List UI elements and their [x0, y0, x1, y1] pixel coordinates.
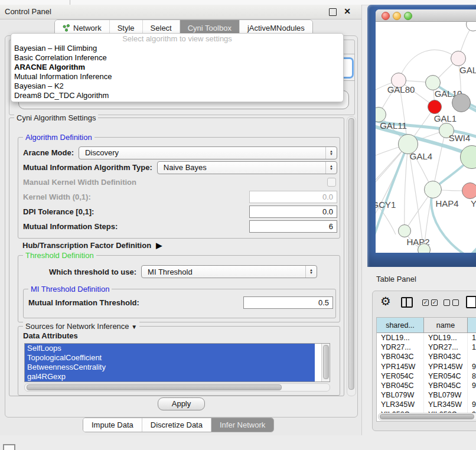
tab-impute-data[interactable]: Impute Data — [83, 418, 142, 432]
network-icon — [63, 24, 70, 32]
close-icon[interactable]: ✕ — [344, 6, 351, 16]
table-cell: YER054C — [377, 371, 424, 381]
attribute-list-item[interactable]: BetweennessCentrality — [25, 363, 315, 372]
dropdown-item[interactable]: Bayesian – Hill Climbing — [11, 44, 343, 53]
dropdown-item[interactable]: Basic Correlation Inference — [11, 53, 343, 63]
settings-vertical-scrollbar[interactable] — [347, 116, 356, 396]
split-column-icon[interactable] — [401, 297, 413, 308]
aracne-mode-value: Discovery — [85, 148, 119, 157]
dropdown-placeholder: Select algorithm to view settings — [11, 34, 343, 44]
dropdown-item[interactable]: ARACNE Algorithm — [11, 63, 343, 72]
close-button[interactable] — [382, 12, 390, 20]
table-cell: 8. — [468, 371, 476, 381]
table-row[interactable]: YLR345WYLR345W9. — [377, 400, 476, 409]
table-row[interactable]: YBL079WYBL079W — [377, 390, 476, 400]
group-title: Threshold Definition — [23, 251, 96, 260]
manual-kernel-checkbox — [327, 178, 336, 187]
tab-infer-network[interactable]: Infer Network — [211, 418, 273, 432]
scrollbar-thumb[interactable] — [380, 414, 474, 419]
node-label: GAL1 — [434, 113, 457, 123]
table-cell: YDR27... — [377, 343, 424, 352]
table-cell: YDL19... — [377, 333, 424, 343]
scrollbar-thumb[interactable] — [27, 384, 282, 390]
cyni-algorithm-settings-group: Cyni Algorithm Settings Algorithm Defini… — [9, 118, 344, 396]
gear-icon[interactable]: ⚙ — [380, 295, 391, 307]
table-cell: YPR145W — [424, 362, 468, 371]
bottom-tab-bar: Impute DataDiscretize DataInfer Network — [83, 418, 274, 432]
table-panel-title: Table Panel — [376, 275, 416, 283]
aracne-mode-select[interactable]: Discovery ▲▼ — [79, 146, 337, 159]
network-node[interactable] — [452, 93, 471, 112]
table-cell: YLR345W — [377, 400, 424, 409]
table-cell — [468, 390, 476, 400]
table-row[interactable]: YPR145WYPR145W9. — [377, 362, 476, 371]
apply-button[interactable]: Apply — [158, 397, 205, 410]
sources-group: Sources for Network Inference ▼ Data Att… — [18, 326, 340, 396]
zoom-button[interactable] — [404, 12, 412, 20]
mi-threshold-field[interactable]: 0.5 — [243, 296, 333, 309]
table-row[interactable]: YDR27...YDR27...12 — [377, 343, 476, 352]
network-node-hap4[interactable] — [424, 181, 442, 198]
table-panel-titlebar: Table Panel — [361, 267, 476, 291]
attribute-list-item[interactable]: TopologicalCoefficient — [25, 353, 315, 363]
dropdown-item[interactable]: Dream8 DC_TDC Algorithm — [11, 91, 343, 100]
dpi-tolerance-field[interactable]: 0.0 — [249, 206, 337, 218]
scrollbar-thumb[interactable] — [348, 118, 354, 390]
mi-type-select[interactable]: Naive Bayes ▲▼ — [157, 161, 337, 174]
attribute-listbox: SelfLoopsTopologicalCoefficientBetweenne… — [24, 343, 330, 382]
spinner-arrows-icon: ▲▼ — [325, 147, 337, 159]
sources-toggle[interactable]: Sources for Network Inference ▼ — [23, 322, 139, 331]
table-cell: YBR043C — [424, 352, 468, 361]
which-threshold-label: Which threshold to use: — [49, 268, 136, 276]
expand-right-icon: ▶ — [156, 241, 162, 250]
mi-steps-field[interactable]: 6 — [249, 220, 337, 233]
spinner-arrows-icon: ▲▼ — [325, 162, 337, 174]
node-label: GCY1 — [376, 200, 396, 210]
attribute-list-item[interactable]: SelfLoops — [25, 344, 315, 353]
network-canvas[interactable]: GALGAL80GAL10GAL1GAL11SWI4GAL4GCY1HAP4YH… — [376, 22, 476, 253]
node-label: Y — [471, 198, 476, 208]
group-title: MI Threshold Definition — [28, 285, 112, 294]
node-label: GAL4 — [410, 151, 432, 161]
network-node[interactable] — [418, 243, 431, 253]
export-table-icon[interactable] — [466, 296, 476, 308]
which-threshold-select[interactable]: MI Threshold ▲▼ — [141, 265, 317, 278]
hub-definition-toggle[interactable]: Hub/Transcription Factor Definition ▶ — [22, 241, 162, 250]
expand-down-icon: ▼ — [131, 324, 137, 330]
table-cell: 9. — [468, 362, 476, 371]
table-row[interactable]: YBR043CYBR043C — [377, 352, 476, 361]
network-node-hap2[interactable] — [398, 224, 411, 237]
table-horizontal-scrollbar[interactable] — [378, 413, 476, 420]
column-header[interactable]: shared... — [377, 318, 424, 332]
minimize-button[interactable] — [393, 12, 401, 20]
node-label: GAL — [459, 65, 476, 75]
table-row[interactable]: YBR045CYBR045C9. — [377, 381, 476, 390]
column-header[interactable]: name — [424, 318, 468, 332]
control-panel-titlebar: Control Panel ✕ — [0, 5, 361, 19]
table-cell: YDR27... — [424, 343, 468, 352]
dropdown-item[interactable]: Mutual Information Inference — [11, 72, 343, 81]
restore-panel-icon[interactable] — [3, 444, 15, 450]
deselect-all-icon[interactable] — [444, 299, 459, 306]
list-horizontal-scrollbar[interactable] — [24, 383, 330, 392]
dropdown-item[interactable]: Bayesian – K2 — [11, 81, 343, 91]
manual-kernel-label: Manual Kernel Width Definition — [23, 178, 136, 187]
list-vertical-scrollbar[interactable] — [321, 344, 330, 381]
attribute-list-item[interactable]: gal4RGexp — [25, 372, 315, 381]
column-header[interactable]: A — [468, 318, 476, 332]
node-label: GAL11 — [380, 120, 407, 131]
table-row[interactable]: YER054CYER054C8. — [377, 371, 476, 381]
float-icon[interactable] — [329, 8, 337, 16]
tab-label: Network — [73, 24, 102, 32]
network-node-gal1[interactable] — [428, 100, 442, 114]
table-cell: YER054C — [424, 371, 468, 381]
tab-discretize-data[interactable]: Discretize Data — [142, 418, 211, 432]
select-all-icon[interactable]: ✓✓ — [422, 299, 438, 306]
network-node-gal[interactable] — [451, 51, 466, 66]
network-view-frame: GALGAL80GAL10GAL1GAL11SWI4GAL4GCY1HAP4YH… — [376, 9, 476, 253]
table-row[interactable]: YDL19...YDL19...13 — [377, 333, 476, 343]
screen: Control Panel ✕ NetworkStyleSelectCyni T… — [0, 0, 476, 450]
scrollbar-thumb[interactable] — [323, 345, 329, 379]
control-panel-title: Control Panel — [5, 7, 51, 16]
network-node-y[interactable] — [462, 182, 476, 199]
